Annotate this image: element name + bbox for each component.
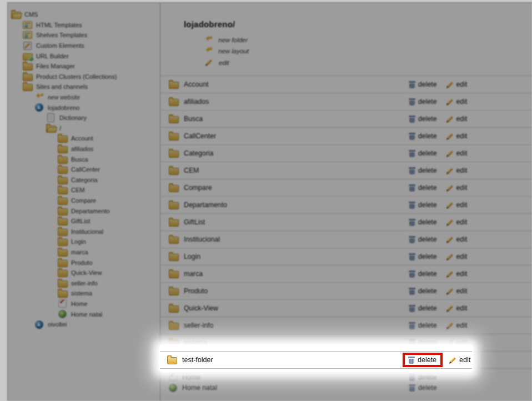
pencil-icon xyxy=(446,354,458,365)
folder-link[interactable]: Compare xyxy=(184,184,212,192)
tree-item-oivoltei[interactable]: oivoltei xyxy=(11,319,160,330)
trash-icon xyxy=(409,98,415,106)
new-icon xyxy=(204,47,212,55)
delete-button[interactable]: delete xyxy=(409,235,437,243)
pencil-icon xyxy=(443,302,455,314)
tree-item-dictionary[interactable]: Dictionary xyxy=(11,113,160,123)
tree-item-seller-info[interactable]: seller-info xyxy=(11,278,160,288)
edit-button[interactable]: edit xyxy=(445,167,468,175)
new-folder-link[interactable]: new folder xyxy=(204,36,532,44)
tree-label: HTML Templates xyxy=(36,22,82,28)
edit-button[interactable]: edit xyxy=(445,98,468,106)
tree-item-institucional[interactable]: Institucional xyxy=(11,226,160,237)
tree-item-compare[interactable]: Compare xyxy=(11,196,160,206)
folder-link[interactable]: Login xyxy=(184,253,200,260)
delete-button[interactable]: delete xyxy=(409,115,437,123)
edit-button[interactable]: edit xyxy=(445,322,468,330)
edit-button[interactable]: edit xyxy=(445,304,468,313)
folder-link[interactable]: Home xyxy=(182,373,200,381)
tree-item-home-natal[interactable]: Home natal xyxy=(11,309,160,319)
folder-link[interactable]: Account xyxy=(184,81,208,88)
site-icon xyxy=(35,103,43,112)
tree-item-root[interactable]: / xyxy=(11,123,160,134)
delete-button[interactable]: delete xyxy=(409,373,437,381)
delete-button[interactable]: delete xyxy=(409,201,437,209)
tree-item-new-website[interactable]: new website xyxy=(11,92,160,103)
folder-row-quick-view: Quick-Viewdeleteedit xyxy=(160,300,532,317)
delete-button[interactable]: delete xyxy=(409,81,437,88)
edit-button[interactable]: edit xyxy=(445,218,468,227)
tree-item-sistema[interactable]: sistema xyxy=(11,288,160,299)
delete-button[interactable]: delete xyxy=(409,98,437,106)
globe-icon xyxy=(169,384,177,392)
delete-button[interactable]: delete xyxy=(409,270,437,278)
tree-item-shelves-templates[interactable]: Shelves Templates xyxy=(11,30,160,41)
folder-open-icon xyxy=(11,12,21,19)
new-layout-link[interactable]: new layout xyxy=(204,47,532,55)
folder-link[interactable]: seller-info xyxy=(184,322,213,329)
tree-item-marca[interactable]: marca xyxy=(11,247,160,258)
tree-item-cem[interactable]: CEM xyxy=(11,185,160,196)
delete-button[interactable]: delete xyxy=(409,253,437,260)
tree-item-login[interactable]: Login xyxy=(11,237,160,247)
delete-button[interactable]: delete xyxy=(409,304,437,312)
spotlight-highlight: test-folder delete edit xyxy=(159,344,473,372)
tree-item-lojadobreno[interactable]: lojadobreno xyxy=(11,102,160,113)
tree-item-produto[interactable]: Produto xyxy=(11,257,160,268)
folder-link[interactable]: CEM xyxy=(184,167,199,174)
delete-button[interactable]: delete xyxy=(409,132,437,140)
delete-button[interactable]: delete xyxy=(409,218,437,226)
tree-item-departamento[interactable]: Departamento xyxy=(11,205,160,216)
edit-button[interactable]: edit xyxy=(445,201,468,209)
delete-button[interactable]: delete xyxy=(409,384,437,392)
tree-item-account[interactable]: Account xyxy=(11,133,160,144)
folder-link[interactable]: Quick-View xyxy=(184,304,218,312)
tree-item-callcenter[interactable]: CallCenter xyxy=(11,164,160,175)
delete-button[interactable]: delete xyxy=(409,167,437,174)
folder-link[interactable]: Categoria xyxy=(184,149,213,157)
pencil-icon xyxy=(443,216,455,228)
edit-button[interactable]: edit xyxy=(445,115,468,123)
edit-button[interactable]: edit xyxy=(445,235,468,244)
folder-row-giftlist: GiftListdeleteedit xyxy=(160,214,532,231)
folder-link[interactable]: CallCenter xyxy=(184,132,216,140)
edit-button[interactable]: edit xyxy=(445,81,468,89)
delete-button[interactable]: delete xyxy=(408,356,436,364)
tree-item-html-templates[interactable]: HTML Templates xyxy=(11,20,160,31)
edit-button[interactable]: edit xyxy=(445,132,468,141)
tree-item-product-clusters-collections[interactable]: Product Clusters (Collections) xyxy=(11,72,160,82)
tree-item-home[interactable]: Home xyxy=(11,299,160,309)
tree-item-cms[interactable]: CMS xyxy=(11,9,160,20)
tree-item-categoria[interactable]: Categoria xyxy=(11,175,160,186)
tree-item-afiliados[interactable]: afiliados xyxy=(11,144,160,154)
folder-link[interactable]: Departamento xyxy=(184,201,227,209)
folder-link[interactable]: marca xyxy=(184,270,203,278)
folder-link[interactable]: Home natal xyxy=(182,384,217,392)
trash-icon xyxy=(409,287,415,295)
folder-link[interactable]: GiftList xyxy=(184,218,205,226)
tree-item-custom-elements[interactable]: Custom Elements xyxy=(11,41,160,51)
folder-link[interactable]: afiliados xyxy=(184,98,209,106)
delete-button[interactable]: delete xyxy=(409,287,437,295)
delete-button[interactable]: delete xyxy=(409,184,437,192)
delete-button[interactable]: delete xyxy=(409,322,437,329)
folder-icon xyxy=(169,254,179,261)
tree-item-quick-view[interactable]: Quick-View xyxy=(11,268,160,278)
tree-item-url-builder[interactable]: URL Builder xyxy=(11,51,160,61)
edit-button[interactable]: edit xyxy=(445,149,468,158)
folder-link[interactable]: Produto xyxy=(184,287,208,295)
edit-button[interactable]: edit xyxy=(445,270,468,278)
edit-button[interactable]: edit xyxy=(445,287,468,295)
edit-link[interactable]: edit xyxy=(204,58,532,67)
tree-item-busca[interactable]: Busca xyxy=(11,154,160,164)
tree-item-files-manager[interactable]: Files Manager xyxy=(11,61,160,72)
folder-link[interactable]: Busca xyxy=(184,115,203,123)
folder-link[interactable]: Institucional xyxy=(184,235,220,243)
tree-item-sites-and-channels[interactable]: Sites and channels xyxy=(11,82,160,92)
highlighted-folder-link[interactable]: test-folder xyxy=(182,356,213,364)
edit-button[interactable]: edit xyxy=(445,253,468,261)
edit-button[interactable]: edit xyxy=(448,356,470,364)
tree-item-giftlist[interactable]: GiftList xyxy=(11,216,160,227)
edit-button[interactable]: edit xyxy=(445,184,468,192)
delete-button[interactable]: delete xyxy=(409,149,437,157)
